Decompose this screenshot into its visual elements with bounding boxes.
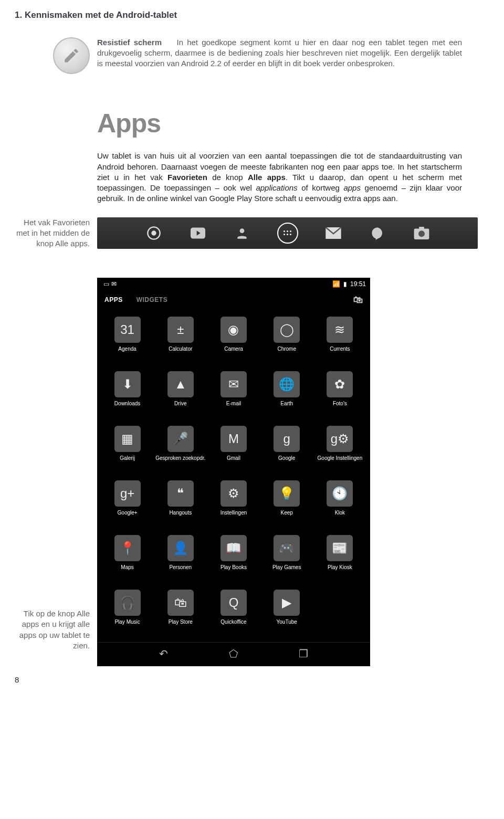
app-quickoffice-icon[interactable]: QQuickoffice bbox=[208, 590, 258, 631]
status-time: 19:51 bbox=[350, 280, 366, 288]
playmusic-icon: 🎧 bbox=[114, 590, 141, 616]
app-gsettings-icon[interactable]: g⚙Google Instellingen bbox=[315, 426, 365, 467]
app-playstore-icon[interactable]: 🛍Play Store bbox=[155, 590, 205, 631]
app-playkiosk-icon[interactable]: 📰Play Kiosk bbox=[315, 535, 365, 576]
app-earth-icon[interactable]: 🌐Earth bbox=[262, 371, 312, 412]
app-youtube-icon[interactable]: ▶YouTube bbox=[262, 590, 312, 631]
app-maps-icon[interactable]: 📍Maps bbox=[102, 535, 152, 576]
app-currents-icon[interactable]: ≋Currents bbox=[315, 317, 365, 358]
app-label: Camera bbox=[224, 346, 243, 358]
camera-icon[interactable] bbox=[413, 224, 430, 242]
app-voice-icon[interactable]: 🎤Gesproken zoekopdr. bbox=[155, 426, 205, 467]
playgames-icon: 🎮 bbox=[274, 535, 300, 561]
app-label: Drive bbox=[174, 401, 186, 412]
back-icon[interactable]: ↶ bbox=[159, 647, 168, 661]
drawer-tabs: APPS WIDGETS 🛍 bbox=[97, 290, 370, 312]
status-icon: ▭ bbox=[103, 280, 109, 288]
app-label: Play Music bbox=[114, 619, 140, 631]
chrome-icon: ◯ bbox=[274, 317, 300, 343]
app-gplus-icon[interactable]: g+Google+ bbox=[102, 480, 152, 521]
app-keep-icon[interactable]: 💡Keep bbox=[262, 480, 312, 521]
people-icon[interactable] bbox=[233, 224, 251, 242]
app-label: Earth bbox=[280, 401, 293, 412]
app-label: Instellingen bbox=[220, 510, 247, 521]
app-clock-icon[interactable]: 🕙Klok bbox=[315, 480, 365, 521]
intro-lead: Resistief scherm bbox=[97, 38, 162, 47]
svg-point-3 bbox=[239, 228, 244, 233]
app-label: Gmail bbox=[227, 455, 240, 467]
app-label: Play Store bbox=[169, 619, 193, 631]
app-label: Calculator bbox=[169, 346, 192, 358]
allapps-button[interactable] bbox=[277, 223, 298, 244]
playstore-icon: 🛍 bbox=[167, 590, 194, 616]
app-settings-icon[interactable]: ⚙Instellingen bbox=[208, 480, 258, 521]
photos-icon: ✿ bbox=[327, 371, 353, 397]
app-label: Downloads bbox=[114, 401, 140, 412]
svg-point-6 bbox=[418, 230, 425, 237]
app-label: Galerij bbox=[120, 455, 135, 467]
youtube-icon[interactable] bbox=[189, 224, 207, 242]
maps-icon: 📍 bbox=[114, 535, 141, 561]
app-label: Gesproken zoekopdr. bbox=[155, 455, 205, 467]
app-label: YouTube bbox=[277, 619, 297, 631]
drive-icon: ▲ bbox=[167, 371, 194, 397]
app-calendar-icon[interactable]: 31Agenda bbox=[102, 317, 152, 358]
chrome-icon[interactable] bbox=[145, 224, 163, 242]
app-camera-icon[interactable]: ◉Camera bbox=[208, 317, 258, 358]
status-icon: ✉ bbox=[111, 280, 117, 288]
email-icon: ✉ bbox=[220, 371, 247, 397]
tab-widgets[interactable]: WIDGETS bbox=[136, 296, 168, 304]
tab-apps[interactable]: APPS bbox=[104, 296, 123, 304]
keep-icon: 💡 bbox=[274, 480, 300, 507]
app-email-icon[interactable]: ✉E-mail bbox=[208, 371, 258, 412]
downloads-icon: ⬇ bbox=[114, 371, 141, 397]
gmail-icon: M bbox=[220, 426, 247, 452]
note-pencil-icon bbox=[53, 37, 90, 74]
app-playmusic-icon[interactable]: 🎧Play Music bbox=[102, 590, 152, 631]
svg-rect-7 bbox=[419, 227, 424, 229]
app-label: Personen bbox=[169, 564, 192, 576]
app-chrome-icon[interactable]: ◯Chrome bbox=[262, 317, 312, 358]
app-calculator-icon[interactable]: ±Calculator bbox=[155, 317, 205, 358]
apps-screen: ▭ ✉ 📶 ▮ 19:51 APPS WIDGETS 🛍 31Agenda±Ca… bbox=[97, 278, 370, 666]
app-playgames-icon[interactable]: 🎮Play Games bbox=[262, 535, 312, 576]
intro-paragraph: Resistief scherm In het goedkope segment… bbox=[97, 37, 504, 69]
app-label: Google+ bbox=[118, 510, 138, 521]
app-gallery-icon[interactable]: ▦Galerij bbox=[102, 426, 152, 467]
hangouts-icon: ❝ bbox=[167, 480, 194, 507]
app-people-icon[interactable]: 👤Personen bbox=[155, 535, 205, 576]
caption-allapps: Tik op de knop Alle apps en u krijgt all… bbox=[0, 608, 97, 651]
status-bar: ▭ ✉ 📶 ▮ 19:51 bbox=[97, 278, 370, 290]
people-icon: 👤 bbox=[167, 535, 194, 561]
chapter-title: 1. Kennismaken met de Android-tablet bbox=[0, 0, 504, 37]
calendar-icon: 31 bbox=[114, 317, 141, 343]
gmail-icon[interactable] bbox=[324, 224, 342, 242]
app-gmail-icon[interactable]: MGmail bbox=[208, 426, 258, 467]
google-icon: g bbox=[274, 426, 300, 452]
hangouts-icon[interactable] bbox=[369, 224, 386, 242]
svg-point-1 bbox=[151, 230, 156, 235]
playbooks-icon: 📖 bbox=[220, 535, 247, 561]
app-label: Currents bbox=[330, 346, 350, 358]
app-downloads-icon[interactable]: ⬇Downloads bbox=[102, 371, 152, 412]
gallery-icon: ▦ bbox=[114, 426, 141, 452]
camera-icon: ◉ bbox=[220, 317, 247, 343]
app-google-icon[interactable]: gGoogle bbox=[262, 426, 312, 467]
currents-icon: ≋ bbox=[327, 317, 353, 343]
home-icon[interactable]: ⬠ bbox=[229, 647, 238, 661]
playkiosk-icon: 📰 bbox=[327, 535, 353, 561]
app-label: Play Kiosk bbox=[328, 564, 352, 576]
favorites-bar bbox=[97, 217, 478, 249]
app-label: Foto's bbox=[333, 401, 347, 412]
gsettings-icon: g⚙ bbox=[327, 426, 353, 452]
app-label: Play Games bbox=[272, 564, 301, 576]
app-playbooks-icon[interactable]: 📖Play Books bbox=[208, 535, 258, 576]
quickoffice-icon: Q bbox=[220, 590, 247, 616]
app-hangouts-icon[interactable]: ❝Hangouts bbox=[155, 480, 205, 521]
app-photos-icon[interactable]: ✿Foto's bbox=[315, 371, 365, 412]
app-drive-icon[interactable]: ▲Drive bbox=[155, 371, 205, 412]
app-label: Google Instellingen bbox=[318, 455, 363, 467]
recent-icon[interactable]: ❐ bbox=[299, 647, 308, 661]
shop-icon[interactable]: 🛍 bbox=[353, 293, 363, 306]
app-label: Google bbox=[278, 455, 295, 467]
